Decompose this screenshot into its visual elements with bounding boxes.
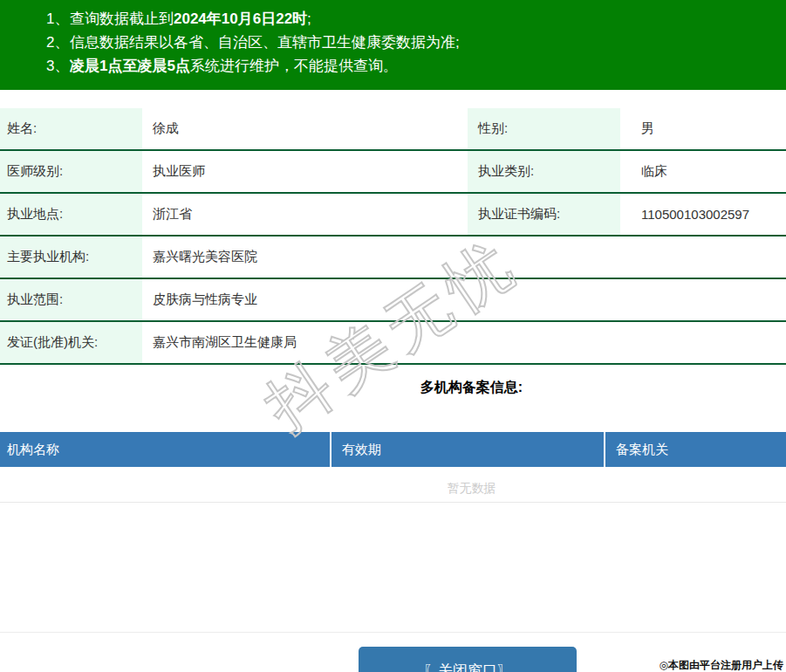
main-institution-label: 主要执业机构:	[0, 237, 142, 278]
notice-line-1: 1、查询数据截止到2024年10月6日22时;	[0, 7, 786, 31]
notice-number: 1、	[46, 7, 70, 31]
category-label: 执业类别:	[468, 151, 620, 192]
table-row-level-category: 医师级别: 执业医师 执业类别: 临床	[0, 151, 786, 194]
level-label: 医师级别:	[0, 151, 142, 192]
upload-credit-text: ◎本图由平台注册用户上传	[660, 658, 783, 672]
main-institution-value: 嘉兴曙光美容医院	[153, 237, 257, 278]
notice-line-3: 3、凌晨1点至凌晨5点系统进行维护，不能提供查询。	[0, 54, 786, 78]
practice-scope-value: 皮肤病与性病专业	[153, 279, 257, 320]
issuing-authority-label: 发证(批准)机关:	[0, 322, 142, 363]
notice-text: 系统进行维护，不能提供查询。	[190, 58, 398, 74]
practice-scope-label: 执业范围:	[0, 279, 142, 320]
notice-text: 查询数据截止到	[70, 10, 174, 27]
name-label: 姓名:	[0, 108, 142, 149]
table-row-name-gender: 姓名: 徐成 性别: 男	[0, 108, 786, 151]
notice-text: ;	[307, 10, 311, 27]
gender-label: 性别:	[468, 108, 620, 149]
cert-no-value: 110500103002597	[641, 194, 749, 235]
practitioner-info-table: 姓名: 徐成 性别: 男 医师级别: 执业医师 执业类别: 临床 执业地点: 浙…	[0, 108, 786, 365]
notice-number: 3、	[46, 54, 70, 78]
filing-table-header: 机构名称 有效期 备案机关	[0, 432, 786, 467]
name-value: 徐成	[153, 108, 179, 149]
table-row-location-certno: 执业地点: 浙江省 执业证书编码: 110500103002597	[0, 194, 786, 237]
location-label: 执业地点:	[0, 194, 142, 235]
footer-divider	[0, 632, 786, 633]
table-row-main-institution: 主要执业机构: 嘉兴曙光美容医院	[0, 237, 786, 279]
header-cell-filing-authority: 备案机关	[604, 432, 786, 467]
notice-text-bold: 2024年10月6日22时	[174, 10, 307, 27]
close-window-button[interactable]: 〖关闭窗口〗	[359, 647, 577, 672]
multi-institution-section-title: 多机构备案信息:	[157, 379, 786, 397]
table-row-issuing-authority: 发证(批准)机关: 嘉兴市南湖区卫生健康局	[0, 322, 786, 365]
issuing-authority-value: 嘉兴市南湖区卫生健康局	[153, 322, 297, 363]
notice-number: 2、	[46, 31, 70, 54]
location-value: 浙江省	[153, 194, 192, 235]
notice-text: 信息数据结果以各省、自治区、直辖市卫生健康委数据为准;	[70, 34, 460, 51]
table-row-practice-scope: 执业范围: 皮肤病与性病专业	[0, 279, 786, 322]
notice-banner: 1、查询数据截止到2024年10月6日22时; 2、信息数据结果以各省、自治区、…	[0, 0, 786, 90]
header-cell-institution-name: 机构名称	[0, 432, 330, 467]
cert-no-label: 执业证书编码:	[468, 194, 620, 235]
header-cell-validity-period: 有效期	[330, 432, 604, 467]
level-value: 执业医师	[153, 151, 205, 192]
filing-table-bottom-divider	[0, 502, 786, 503]
notice-line-2: 2、信息数据结果以各省、自治区、直辖市卫生健康委数据为准;	[0, 31, 786, 54]
category-value: 临床	[641, 151, 667, 192]
empty-data-text: 暂无数据	[157, 475, 786, 501]
gender-value: 男	[641, 108, 654, 149]
notice-text-bold: 凌晨1点至凌晨5点	[70, 58, 190, 74]
